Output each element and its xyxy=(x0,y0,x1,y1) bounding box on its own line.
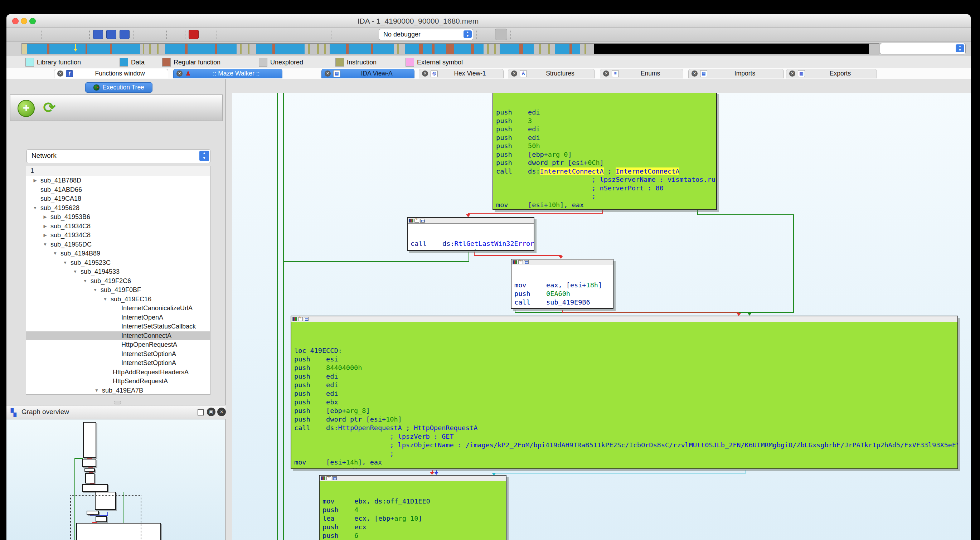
viewport-rectangle[interactable] xyxy=(70,495,142,540)
tree-item[interactable]: ▶ sub_41934C8 xyxy=(26,231,210,240)
separator[interactable] xyxy=(89,30,90,39)
separator[interactable] xyxy=(331,30,331,39)
tab-enums[interactable]: ✕ ≡ Enums xyxy=(600,69,683,78)
forward-dropdown-icon[interactable] xyxy=(82,29,86,40)
tree-item[interactable]: InternetOpenA xyxy=(26,313,210,322)
block-title-bar[interactable] xyxy=(320,476,506,481)
expand-arrow-icon[interactable]: ▼ xyxy=(41,240,49,249)
expand-arrow-icon[interactable]: ▶ xyxy=(31,176,39,185)
tab-maze-walker[interactable]: ✕ ♟ :: Maze Walker :: xyxy=(173,69,282,78)
tree-item[interactable]: HttpAddRequestHeadersA xyxy=(26,368,210,377)
separator[interactable] xyxy=(476,30,477,39)
tree-item[interactable]: ▼ sub_419523C xyxy=(26,258,210,268)
tree-item[interactable]: ▼ sub_4194B89 xyxy=(26,249,210,258)
close-icon[interactable]: ✕ xyxy=(217,408,226,416)
tree-item[interactable]: ▼ sub_419F2C6 xyxy=(26,276,210,286)
tree-item[interactable]: ▼ sub_419EA7B xyxy=(26,386,210,395)
tree-item[interactable]: HttpSendRequestA xyxy=(26,377,210,386)
edit-icon[interactable] xyxy=(301,29,313,40)
debugger-select[interactable]: No debugger ▲▼ xyxy=(379,29,473,40)
breakpoint-add-icon[interactable] xyxy=(529,29,541,40)
navigate-back-icon[interactable] xyxy=(45,29,56,40)
graph-overview-map[interactable] xyxy=(6,419,225,540)
make-string-icon[interactable] xyxy=(264,29,276,40)
tree-item[interactable]: HttpOpenRequestA xyxy=(26,340,210,349)
maximize-icon[interactable] xyxy=(197,410,204,416)
tree-column-header[interactable]: 1 xyxy=(26,166,210,176)
block-title-bar[interactable] xyxy=(408,218,534,224)
basic-block-internetconnect[interactable]: push edipush 3push edipush edipush 50hpu… xyxy=(493,93,717,210)
chevron-updown-icon[interactable]: ▲▼ xyxy=(463,30,472,38)
undefine-icon[interactable] xyxy=(316,29,328,40)
tab-structures[interactable]: ✕ A Structures xyxy=(508,69,595,78)
highlight-lock-icon[interactable] xyxy=(170,29,181,40)
separator[interactable] xyxy=(166,30,167,39)
tab-imports[interactable]: ✕ ▤ Imports xyxy=(688,69,784,78)
close-button[interactable] xyxy=(12,18,19,24)
tree-item[interactable]: ▶ sub_41953B6 xyxy=(26,213,210,222)
float-panel-icon[interactable]: ▣ xyxy=(207,408,215,416)
refresh-button[interactable]: ⟳ xyxy=(41,99,57,116)
expand-arrow-icon[interactable]: ▼ xyxy=(51,249,59,258)
tree-item[interactable]: ▶ sub_41B788D xyxy=(26,176,210,185)
make-name-icon[interactable] xyxy=(250,29,261,40)
close-icon[interactable]: ✕ xyxy=(692,70,698,76)
run-until-return-icon[interactable] xyxy=(495,29,507,40)
minimize-button[interactable] xyxy=(21,18,27,24)
search-text-icon[interactable] xyxy=(106,30,116,39)
separator[interactable] xyxy=(133,30,134,39)
tree-item[interactable]: InternetSetOptionA xyxy=(26,359,210,368)
tree-item[interactable]: sub_41ABD66 xyxy=(26,185,210,195)
expand-arrow-icon[interactable]: ▼ xyxy=(31,203,39,213)
tree-item[interactable]: InternetSetStatusCallback xyxy=(26,322,210,331)
debug-pause-icon[interactable] xyxy=(349,29,361,40)
tab-ida-view-a[interactable]: ✕ ▤ IDA View-A xyxy=(321,69,414,78)
chevron-updown-icon[interactable]: ▲▼ xyxy=(956,44,964,52)
panel-splitter-grip[interactable] xyxy=(114,401,121,404)
expand-arrow-icon[interactable]: ▶ xyxy=(41,222,49,231)
make-data-icon[interactable] xyxy=(235,29,247,40)
close-icon[interactable]: ✕ xyxy=(177,70,183,76)
expand-arrow-icon[interactable]: ▼ xyxy=(101,295,109,304)
add-button[interactable]: + xyxy=(18,100,35,117)
expand-arrow-icon[interactable]: ▶ xyxy=(41,231,49,240)
basic-block-httpopenrequest[interactable]: loc_419ECCD:push esipush 84404000hpush e… xyxy=(291,316,958,469)
close-icon[interactable]: ✕ xyxy=(422,70,428,76)
separator[interactable] xyxy=(185,30,185,39)
search-immediate-icon[interactable] xyxy=(119,30,130,39)
chevron-updown-icon[interactable]: ▲▼ xyxy=(199,151,209,161)
close-icon[interactable]: ✕ xyxy=(511,70,517,76)
tab-exports[interactable]: ✕ ▥ Exports xyxy=(786,69,877,78)
graph-overview-header[interactable]: ▚ Graph overview ▣ ✕ xyxy=(6,405,226,419)
tab-functions-window[interactable]: ✕ ƒ Functions window xyxy=(54,69,168,78)
basic-block-timeout-check[interactable]: mov eax, [esi+18h]push 0EA60hcall sub_41… xyxy=(511,259,614,309)
separator[interactable] xyxy=(511,30,511,39)
tree-item[interactable]: sub_419CA18 xyxy=(26,194,210,203)
green-ellipse-icon[interactable] xyxy=(202,29,213,40)
debug-stop-icon[interactable] xyxy=(364,29,375,40)
tree-item[interactable]: InternetSetOptionA xyxy=(26,349,210,359)
search-sequence-icon[interactable] xyxy=(93,30,103,39)
separator[interactable] xyxy=(41,30,41,39)
string-dropdown-icon[interactable] xyxy=(279,29,283,40)
basic-block-internetsetoption[interactable]: mov ebx, ds:off_41D1EE0push 4lea ecx, [e… xyxy=(319,475,506,540)
save-icon[interactable] xyxy=(26,29,38,40)
breakpoint-delete-icon[interactable] xyxy=(544,29,555,40)
close-icon[interactable]: ✕ xyxy=(325,70,331,76)
close-icon[interactable]: ✕ xyxy=(789,70,795,76)
tree-item[interactable]: ▼ sub_4195628 xyxy=(26,203,210,213)
expand-arrow-icon[interactable]: ▼ xyxy=(81,276,89,286)
expand-arrow-icon[interactable]: ▼ xyxy=(93,386,100,395)
expand-arrow-icon[interactable]: ▼ xyxy=(71,267,79,276)
ascii-string-icon[interactable] xyxy=(189,30,199,39)
tree-item[interactable]: InternetConnectA xyxy=(26,331,210,341)
debugger-windows-icon[interactable] xyxy=(514,29,526,40)
expand-arrow-icon[interactable]: ▶ xyxy=(41,213,49,222)
tab-hex-view-1[interactable]: ✕ ◎ Hex View-1 xyxy=(419,69,504,78)
make-array-icon[interactable] xyxy=(287,29,298,40)
make-code-icon[interactable] xyxy=(221,29,232,40)
separator[interactable] xyxy=(216,30,217,39)
close-icon[interactable]: ✕ xyxy=(57,70,64,76)
tree-item[interactable]: ▼ sub_419EC16 xyxy=(26,295,210,304)
execution-tree-button[interactable]: Execution Tree xyxy=(85,82,153,93)
